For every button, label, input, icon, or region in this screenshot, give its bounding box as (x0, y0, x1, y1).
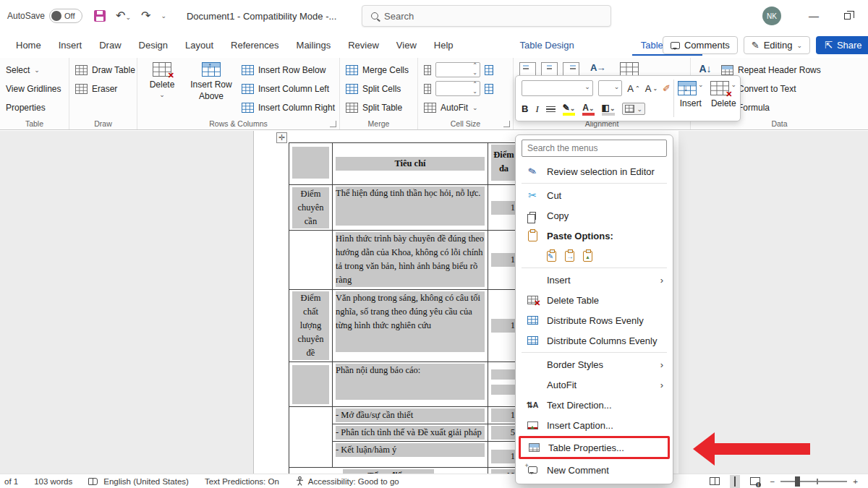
menu-item-review-in-editor[interactable]: ✎ Review selection in Editor (519, 161, 669, 181)
menu-item-text-direction[interactable]: ⇅A Text Direction... (519, 395, 669, 415)
table-cell[interactable]: Điểm chất lượng chuyên đề (289, 290, 333, 362)
table-cell[interactable] (289, 231, 333, 290)
autosave-control[interactable]: AutoSave Off (7, 9, 82, 23)
zoom-in-button[interactable]: + (853, 477, 858, 486)
table-cell[interactable]: Điểm chuyên cần (289, 185, 333, 231)
insert-column-left-button[interactable]: Insert Column Left (242, 81, 335, 96)
select-button[interactable]: Select⌄ (6, 62, 64, 77)
tab-home[interactable]: Home (7, 34, 50, 56)
menu-item-insert-caption[interactable]: Insert Caption... (519, 415, 669, 435)
table-row[interactable]: Điểm chuyên cần Thể hiện đúng tinh thần … (289, 185, 520, 231)
table-row[interactable]: - Mở đầu/sự cần thiết 1 (289, 407, 520, 424)
table-cell[interactable] (289, 143, 333, 185)
tab-table-design[interactable]: Table Design (511, 34, 583, 56)
menu-item-autofit[interactable]: AutoFit › (519, 374, 669, 395)
paste-as-picture-icon[interactable] (583, 251, 592, 262)
insert-column-right-button[interactable]: Insert Column Right (242, 100, 335, 115)
zoom-slider-thumb[interactable] (795, 476, 800, 487)
menu-item-distribute-rows[interactable]: Distribute Rows Evenly (519, 310, 669, 330)
split-cells-button[interactable]: Split Cells (346, 81, 413, 96)
font-color-button[interactable]: A⌄ (582, 103, 594, 116)
menu-item-border-styles[interactable]: Border Styles › (519, 354, 669, 374)
dialog-launcher-icon[interactable] (503, 121, 510, 127)
menu-item-delete-table[interactable]: Delete Table (519, 290, 669, 310)
menu-item-new-comment[interactable]: New Comment (519, 460, 669, 480)
tab-review[interactable]: Review (339, 34, 388, 56)
editing-button[interactable]: ✎ Editing ⌄ (744, 36, 810, 54)
table-cell[interactable]: - Mở đầu/sự cần thiết (333, 407, 488, 424)
text-direction-icon[interactable]: A→ (590, 62, 605, 73)
properties-button[interactable]: Properties (6, 100, 64, 115)
insert-row-below-button[interactable]: Insert Row Below (242, 62, 335, 77)
delete-button[interactable]: Delete ⌄ (143, 62, 181, 118)
document-table[interactable]: Tiêu chí Điểm đa Điểm chuyên cần Thể hiệ… (289, 142, 520, 485)
save-icon[interactable] (94, 10, 106, 22)
table-cell[interactable]: Hình thức trình bày chuyên đề đúng theo … (333, 231, 488, 290)
menu-item-table-properties[interactable]: Table Properties... (521, 438, 668, 457)
borders-button[interactable]: ⌄ (622, 103, 645, 115)
bold-button[interactable]: B (522, 103, 528, 114)
row-height-spinner[interactable] (435, 62, 480, 77)
search-box[interactable]: Search (362, 5, 611, 27)
redo-button[interactable]: ↷ (141, 10, 150, 22)
tab-draw[interactable]: Draw (90, 34, 129, 56)
format-painter-icon[interactable]: ✐ (663, 83, 671, 94)
autofit-button[interactable]: AutoFit⌄ (424, 100, 509, 115)
eraser-button[interactable]: Eraser (75, 81, 132, 96)
undo-button[interactable]: ↶⌄ (116, 10, 131, 22)
paste-merge-formatting-icon[interactable] (565, 251, 574, 262)
table-cell[interactable]: Văn phong trong sáng, không có câu tối n… (333, 290, 488, 362)
menu-item-insert[interactable]: Insert › (519, 270, 669, 290)
split-table-button[interactable]: Split Table (346, 100, 413, 115)
column-width-spinner[interactable] (435, 81, 480, 96)
table-cell[interactable]: - Kết luận/hàm ý (333, 442, 488, 468)
shading-button[interactable]: ◧⌄ (602, 103, 616, 116)
customize-qat-icon[interactable]: ⌄ (161, 12, 166, 20)
table-cell[interactable] (289, 407, 333, 468)
mini-insert-button[interactable]: ⌄ Insert (678, 81, 704, 108)
autosave-toggle[interactable]: Off (49, 9, 82, 23)
justify-button[interactable] (546, 106, 556, 113)
column-width-control[interactable] (424, 81, 509, 96)
web-layout-icon[interactable] (750, 477, 760, 485)
language-indicator[interactable]: English (United States) (103, 477, 189, 486)
row-height-control[interactable] (424, 62, 509, 77)
tab-design[interactable]: Design (130, 34, 176, 56)
text-predictions[interactable]: Text Predictions: On (205, 477, 279, 486)
restore-button[interactable] (836, 9, 858, 23)
grow-font-button[interactable]: A⌃ (627, 83, 639, 94)
menu-item-copy[interactable]: Copy (519, 205, 669, 226)
page-indicator[interactable]: of 1 (4, 477, 18, 486)
tab-references[interactable]: References (222, 34, 287, 56)
tab-mailings[interactable]: Mailings (288, 34, 340, 56)
tab-view[interactable]: View (388, 34, 425, 56)
italic-button[interactable]: I (535, 103, 538, 115)
view-gridlines-button[interactable]: View Gridlines (6, 81, 64, 96)
font-size-combo[interactable] (598, 80, 623, 96)
zoom-out-button[interactable]: − (770, 477, 775, 486)
draw-table-button[interactable]: Draw Table (75, 62, 132, 77)
shrink-font-button[interactable]: A⌄ (645, 83, 658, 94)
font-name-combo[interactable] (522, 80, 593, 96)
zoom-slider[interactable] (780, 481, 847, 482)
tab-layout[interactable]: Layout (176, 34, 222, 56)
table-cell[interactable]: Thể hiện đúng tinh thần học hỏi, nỗ lực. (333, 185, 488, 231)
comments-button[interactable]: Comments (663, 36, 738, 54)
table-cell[interactable] (289, 362, 333, 407)
insert-row-above-button[interactable]: Insert Row Above (188, 62, 234, 118)
highlight-color-button[interactable]: ✎⌄ (563, 103, 576, 116)
tab-help[interactable]: Help (425, 34, 462, 56)
table-move-handle[interactable]: ✛ (276, 132, 287, 143)
accessibility-status[interactable]: Accessibility: Good to go (308, 477, 399, 486)
mini-delete-button[interactable]: ⌄ Delete (710, 81, 736, 108)
table-row[interactable]: Tiêu chí Điểm đa (289, 143, 520, 185)
table-cell[interactable]: - Phân tích tình thế và Đề xuất giải phá… (333, 424, 488, 442)
table-row[interactable]: Điểm chất lượng chuyên đề Văn phong tron… (289, 290, 520, 362)
avatar[interactable]: NK (762, 7, 781, 25)
paste-keep-formatting-icon[interactable] (547, 251, 556, 262)
tab-insert[interactable]: Insert (50, 34, 91, 56)
merge-cells-button[interactable]: Merge Cells (346, 62, 413, 77)
table-cell[interactable]: Tiêu chí (333, 143, 488, 185)
menu-search-input[interactable]: Search the menus (522, 140, 667, 157)
menu-item-distribute-columns[interactable]: Distribute Columns Evenly (519, 330, 669, 351)
